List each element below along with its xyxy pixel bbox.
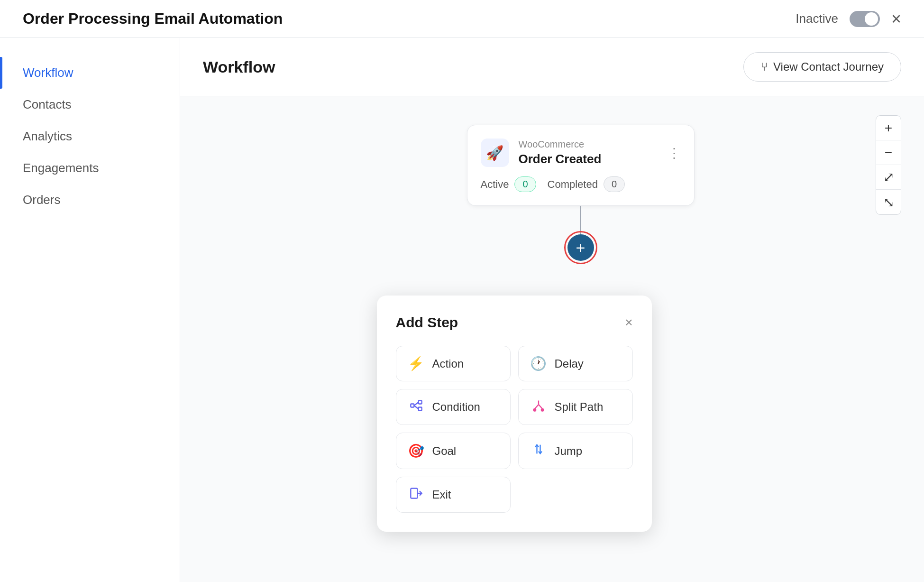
- connector-line: [580, 206, 581, 234]
- active-stat: Active 0: [481, 176, 536, 192]
- svg-point-7: [541, 409, 543, 411]
- node-footer: Active 0 Completed 0: [481, 176, 681, 192]
- main-content: Workflow ⑂ View Contact Journey + − ⤢ ⤡: [180, 38, 924, 582]
- step-jump[interactable]: Jump: [518, 433, 633, 469]
- jump-icon: [530, 443, 547, 459]
- completed-stat: Completed 0: [548, 176, 625, 192]
- active-label: Active: [481, 178, 509, 191]
- app-header: Order Processing Email Automation Inacti…: [0, 0, 924, 38]
- step-split-path[interactable]: Split Path: [518, 389, 633, 425]
- completed-label: Completed: [548, 178, 598, 191]
- view-contact-journey-button[interactable]: ⑂ View Contact Journey: [743, 52, 901, 82]
- active-count: 0: [514, 176, 536, 192]
- sidebar-item-contacts[interactable]: Contacts: [0, 89, 180, 120]
- main-header-bar: Workflow ⑂ View Contact Journey: [180, 38, 924, 96]
- rocket-icon: 🚀: [486, 145, 503, 161]
- action-label: Action: [432, 357, 464, 370]
- svg-line-3: [414, 402, 418, 406]
- node-icon: 🚀: [481, 139, 509, 167]
- close-button[interactable]: ×: [891, 10, 901, 28]
- header-controls: Inactive ×: [796, 10, 901, 28]
- split-path-icon: [530, 399, 547, 415]
- sidebar-item-analytics[interactable]: Analytics: [0, 120, 180, 152]
- main-layout: Workflow Contacts Analytics Engagements …: [0, 38, 924, 582]
- step-goal[interactable]: 🎯 Goal: [396, 433, 511, 469]
- app-title: Order Processing Email Automation: [23, 10, 283, 28]
- sidebar-item-workflow[interactable]: Workflow: [0, 57, 180, 89]
- workflow-area: 🚀 WooCommerce Order Created ⋮ Active: [467, 125, 695, 261]
- zoom-controls: + − ⤢ ⤡: [876, 115, 901, 215]
- svg-rect-2: [418, 407, 421, 411]
- active-toggle[interactable]: [850, 11, 880, 27]
- zoom-in-button[interactable]: +: [876, 116, 901, 140]
- exit-label: Exit: [432, 488, 451, 501]
- sidebar-item-engagements[interactable]: Engagements: [0, 152, 180, 184]
- add-step-popup: Add Step × ⚡ Action 🕐 Delay: [377, 296, 652, 532]
- add-step-button[interactable]: +: [567, 234, 594, 261]
- split-path-label: Split Path: [555, 400, 604, 414]
- goal-icon: 🎯: [408, 443, 425, 459]
- condition-label: Condition: [432, 400, 480, 414]
- svg-rect-0: [411, 404, 414, 407]
- plus-icon: +: [576, 240, 586, 256]
- node-header: 🚀 WooCommerce Order Created ⋮: [481, 139, 681, 167]
- goal-label: Goal: [432, 444, 457, 458]
- step-delay[interactable]: 🕐 Delay: [518, 346, 633, 381]
- status-label: Inactive: [796, 11, 838, 26]
- action-icon: ⚡: [408, 356, 425, 371]
- svg-rect-1: [418, 401, 421, 404]
- journey-icon: ⑂: [761, 60, 768, 74]
- svg-rect-10: [411, 489, 417, 499]
- page-title: Workflow: [203, 58, 275, 76]
- workflow-canvas[interactable]: + − ⤢ ⤡ 🚀 WooCommerce: [180, 96, 924, 582]
- svg-point-6: [533, 409, 536, 411]
- node-subtitle: WooCommerce: [519, 139, 602, 150]
- fit-button[interactable]: ⤢: [876, 165, 901, 190]
- exit-icon: [408, 487, 425, 503]
- node-menu-button[interactable]: ⋮: [668, 145, 681, 161]
- step-grid: ⚡ Action 🕐 Delay: [396, 346, 633, 513]
- node-name: Order Created: [519, 152, 602, 166]
- sidebar-item-orders[interactable]: Orders: [0, 184, 180, 216]
- trigger-node[interactable]: 🚀 WooCommerce Order Created ⋮ Active: [467, 125, 695, 206]
- delay-icon: 🕐: [530, 356, 547, 371]
- step-condition[interactable]: Condition: [396, 389, 511, 425]
- jump-label: Jump: [555, 444, 583, 458]
- step-action[interactable]: ⚡ Action: [396, 346, 511, 381]
- step-exit[interactable]: Exit: [396, 477, 511, 513]
- zoom-out-button[interactable]: −: [876, 140, 901, 165]
- svg-line-4: [414, 406, 418, 409]
- expand-button[interactable]: ⤡: [876, 190, 901, 214]
- completed-count: 0: [604, 176, 625, 192]
- sidebar: Workflow Contacts Analytics Engagements …: [0, 38, 180, 582]
- delay-label: Delay: [555, 357, 584, 370]
- popup-title: Add Step: [396, 314, 458, 331]
- popup-close-button[interactable]: ×: [625, 315, 632, 330]
- node-icon-title: 🚀 WooCommerce Order Created: [481, 139, 602, 167]
- node-text: WooCommerce Order Created: [519, 139, 602, 166]
- popup-header: Add Step ×: [396, 314, 633, 331]
- condition-icon: [408, 399, 425, 415]
